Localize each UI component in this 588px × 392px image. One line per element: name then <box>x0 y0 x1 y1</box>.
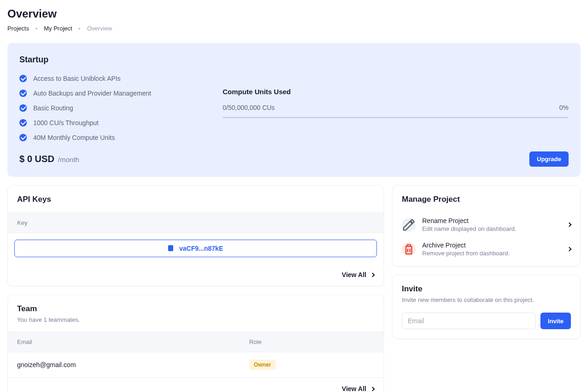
plan-card: Startup Access to Basic Uniblock APIs Au… <box>7 43 581 177</box>
trash-icon <box>402 242 416 256</box>
api-keys-title: API Keys <box>17 195 374 204</box>
page-title: Overview <box>7 7 581 20</box>
plan-features-list: Access to Basic Uniblock APIs Auto Backu… <box>19 75 195 141</box>
breadcrumb: Projects My Project Overview <box>7 25 581 32</box>
team-row: gnoizeh@gmail.com Owner <box>8 352 383 378</box>
invite-email-input[interactable] <box>402 313 536 329</box>
plan-feature-text: Auto Backups and Provider Management <box>33 90 151 97</box>
check-icon <box>19 75 27 82</box>
invite-card: Invite Invite new members to collaborate… <box>392 275 581 339</box>
team-member-email: gnoizeh@gmail.com <box>17 361 249 368</box>
compute-usage-percent: 0% <box>559 104 569 111</box>
upgrade-button[interactable]: Upgrade <box>529 151 569 167</box>
plan-price: $ 0 USD /month <box>19 154 79 164</box>
archive-project-title: Archive Project <box>422 241 561 249</box>
invite-button[interactable]: Invite <box>540 313 571 329</box>
team-view-all[interactable]: View All <box>8 378 383 392</box>
breadcrumb-separator-icon <box>79 28 80 30</box>
plan-feature: Basic Routing <box>19 104 195 112</box>
breadcrumb-my-project[interactable]: My Project <box>44 25 72 32</box>
plan-feature: Access to Basic Uniblock APIs <box>19 75 195 82</box>
breadcrumb-separator-icon <box>36 28 37 30</box>
breadcrumb-current: Overview <box>87 25 112 32</box>
chevron-right-icon <box>567 223 572 227</box>
check-icon <box>19 104 27 112</box>
plan-feature-text: 40M Monthly Compute Units <box>33 134 115 141</box>
plan-feature: Auto Backups and Provider Management <box>19 90 195 97</box>
rename-project-sub: Edit name displayed on dashboard. <box>422 225 561 232</box>
manage-project-title: Manage Project <box>402 195 571 204</box>
compute-usage-value: 0/50,000,000 CUs <box>223 104 275 111</box>
plan-price-amount: $ 0 USD <box>19 154 55 164</box>
plan-price-period: /month <box>58 156 79 163</box>
team-column-role: Role <box>249 338 374 345</box>
pencil-icon <box>402 218 416 232</box>
chevron-right-icon <box>370 386 375 391</box>
team-subtitle: You have 1 teammates. <box>17 316 374 323</box>
compute-usage-section: Compute Units Used 0/50,000,000 CUs 0% <box>223 75 569 141</box>
plan-feature: 1000 CU/s Throughput <box>19 119 195 127</box>
api-keys-view-all[interactable]: View All <box>8 264 383 286</box>
team-title: Team <box>17 304 374 314</box>
team-table-header: Email Role <box>8 332 383 352</box>
chevron-right-icon <box>370 272 375 277</box>
role-badge-owner: Owner <box>249 360 275 370</box>
chevron-right-icon <box>567 247 572 252</box>
team-column-email: Email <box>17 338 249 345</box>
api-key-value: vaCF9...n87kE <box>179 245 223 252</box>
rename-project-title: Rename Project <box>422 217 561 224</box>
plan-feature-text: Access to Basic Uniblock APIs <box>33 75 121 82</box>
check-icon <box>19 134 27 141</box>
invite-subtitle: Invite new members to collaborate on thi… <box>402 296 571 303</box>
api-keys-table-header: Key <box>8 212 383 233</box>
copy-icon <box>168 245 175 252</box>
invite-title: Invite <box>402 284 571 294</box>
check-icon <box>19 90 27 97</box>
api-keys-column-key: Key <box>17 219 27 226</box>
plan-feature-text: 1000 CU/s Throughput <box>33 119 98 127</box>
archive-project-item[interactable]: Archive Project Remove project from dash… <box>393 237 580 266</box>
manage-project-card: Manage Project Rename Project Edit name … <box>392 185 581 266</box>
view-all-label: View All <box>342 385 366 392</box>
plan-feature-text: Basic Routing <box>33 104 73 112</box>
rename-project-item[interactable]: Rename Project Edit name displayed on da… <box>393 212 580 237</box>
plan-feature: 40M Monthly Compute Units <box>19 134 195 141</box>
compute-label: Compute Units Used <box>223 88 569 96</box>
compute-progress-bar <box>223 117 569 118</box>
view-all-label: View All <box>342 271 366 278</box>
api-key-chip[interactable]: vaCF9...n87kE <box>14 240 377 257</box>
api-keys-card: API Keys Key vaCF9...n87kE View All <box>7 185 384 286</box>
archive-project-sub: Remove project from dashboard. <box>422 250 561 257</box>
breadcrumb-projects[interactable]: Projects <box>7 25 29 32</box>
plan-name: Startup <box>19 55 569 65</box>
check-icon <box>19 119 27 127</box>
team-card: Team You have 1 teammates. Email Role gn… <box>7 295 384 392</box>
